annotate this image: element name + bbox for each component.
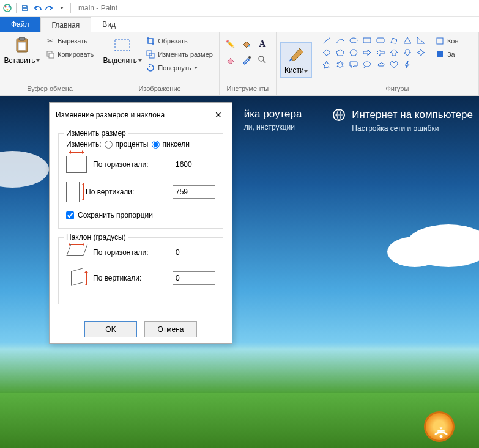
group-shapes-label: Фигуры [320, 85, 475, 94]
banner-heading-2: Интернет на компьютере [352, 109, 473, 121]
pentagon-icon[interactable] [333, 46, 347, 59]
group-tools: ✏️ A Инструменты [220, 32, 277, 95]
crop-icon [146, 36, 155, 46]
hexagon-icon[interactable] [347, 46, 360, 59]
lightning-icon[interactable] [401, 59, 414, 71]
svg-point-2 [9, 6, 10, 8]
triangle-icon[interactable] [401, 34, 414, 46]
svg-point-15 [259, 56, 264, 61]
color-picker-icon[interactable] [239, 53, 254, 67]
skew-vert-label: По вертикали: [93, 274, 166, 282]
customize-qat-icon[interactable] [57, 3, 67, 13]
paste-label: Вставить [4, 56, 35, 65]
group-clipboard-label: Буфер обмена [4, 85, 96, 94]
fill-icon[interactable] [239, 37, 254, 51]
rounded-rect-icon[interactable] [374, 34, 387, 46]
arrow-left-icon[interactable] [374, 46, 387, 59]
save-icon[interactable] [20, 3, 30, 13]
pencil-icon[interactable]: ✏️ [223, 37, 238, 51]
shape-fill-icon [435, 50, 445, 59]
lock-aspect-checkbox[interactable]: Сохранить пропорции [66, 211, 215, 219]
tab-file[interactable]: Файл [0, 17, 40, 32]
resize-dialog: Изменение размеров и наклона ✕ Изменить … [49, 102, 232, 344]
star6-icon[interactable] [333, 59, 347, 71]
paste-icon [12, 35, 32, 55]
svg-rect-7 [19, 37, 25, 40]
cancel-button[interactable]: Отмена [144, 321, 197, 337]
eraser-icon[interactable] [223, 53, 238, 67]
resize-label: Изменить размер [158, 51, 213, 58]
resize-icon [146, 50, 155, 59]
tab-home[interactable]: Главная [40, 17, 92, 32]
arrow-right-icon[interactable] [360, 46, 374, 59]
group-image: Выделить Обрезать Изменить размер Поверн… [100, 32, 220, 95]
width-input[interactable] [173, 158, 215, 171]
arrow-up-icon[interactable] [387, 46, 401, 59]
group-clipboard: Вставить ✂Вырезать Копировать Буфер обме… [0, 32, 100, 95]
group-shapes: Кон За Фигуры [316, 32, 479, 95]
paste-button[interactable]: Вставить [4, 34, 40, 66]
svg-rect-11 [115, 40, 130, 51]
fill-label: За [447, 51, 455, 58]
select-label: Выделить [103, 56, 137, 65]
radio-percent[interactable]: проценты [105, 140, 148, 149]
oval-icon[interactable] [347, 34, 360, 46]
grass-decoration [0, 393, 479, 448]
shape-fill-button[interactable]: За [433, 48, 461, 61]
rotate-label: Повернуть [158, 64, 191, 72]
copy-button[interactable]: Копировать [43, 48, 96, 61]
callout-cloud-icon[interactable] [374, 59, 387, 71]
svg-rect-21 [437, 51, 443, 57]
magnifier-icon[interactable] [255, 53, 270, 67]
skew-v-icon [66, 270, 87, 287]
polygon-icon[interactable] [387, 34, 401, 46]
skew-v-input[interactable] [173, 271, 215, 285]
select-button[interactable]: Выделить [104, 34, 141, 66]
brush-label: Кисти [284, 66, 304, 75]
text-icon[interactable]: A [255, 37, 270, 51]
star4-icon[interactable] [414, 46, 428, 59]
tab-view[interactable]: Вид [91, 17, 127, 32]
dialog-title: Изменение размеров и наклона [56, 111, 165, 119]
lock-label: Сохранить пропорции [78, 211, 153, 219]
rotate-icon [146, 63, 155, 73]
star5-icon[interactable] [320, 59, 333, 71]
cut-button[interactable]: ✂Вырезать [43, 34, 96, 48]
resize-button[interactable]: Изменить размер [143, 48, 215, 61]
cut-label: Вырезать [58, 37, 87, 45]
radio-pixels[interactable]: пиксели [152, 140, 190, 149]
heart-icon[interactable] [387, 59, 401, 71]
select-icon [113, 35, 132, 55]
right-triangle-icon[interactable] [414, 34, 428, 46]
shapes-gallery[interactable] [320, 34, 428, 71]
percent-label: проценты [115, 140, 148, 149]
copy-icon [45, 50, 55, 59]
skew-h-input[interactable] [173, 246, 215, 259]
cut-icon: ✂ [45, 36, 55, 46]
svg-rect-4 [23, 6, 26, 7]
vert-label: По вертикали: [86, 188, 166, 196]
vertical-icon [66, 182, 80, 202]
height-input[interactable] [173, 185, 215, 199]
cloud-decoration [0, 151, 49, 188]
svg-rect-5 [23, 9, 27, 10]
rectangle-icon[interactable] [360, 34, 374, 46]
svg-point-14 [248, 56, 251, 59]
svg-point-19 [363, 62, 371, 67]
undo-icon[interactable] [32, 3, 42, 13]
brush-button[interactable]: Кисти [280, 42, 312, 78]
shape-outline-button[interactable]: Кон [433, 34, 461, 48]
close-icon[interactable]: ✕ [211, 108, 226, 122]
callout-rect-icon[interactable] [347, 59, 360, 71]
curve-icon[interactable] [333, 34, 347, 46]
redo-icon[interactable] [45, 3, 54, 13]
rotate-button[interactable]: Повернуть [143, 61, 215, 75]
line-icon[interactable] [320, 34, 333, 46]
arrow-down-icon[interactable] [401, 46, 414, 59]
crop-button[interactable]: Обрезать [143, 34, 215, 48]
banner: йка роутера ли, инструкции Интернет на к… [244, 108, 473, 133]
diamond-icon[interactable] [320, 46, 333, 59]
callout-oval-icon[interactable] [360, 59, 374, 71]
canvas[interactable]: йка роутера ли, инструкции Интернет на к… [0, 96, 479, 448]
ok-button[interactable]: OK [84, 321, 137, 337]
